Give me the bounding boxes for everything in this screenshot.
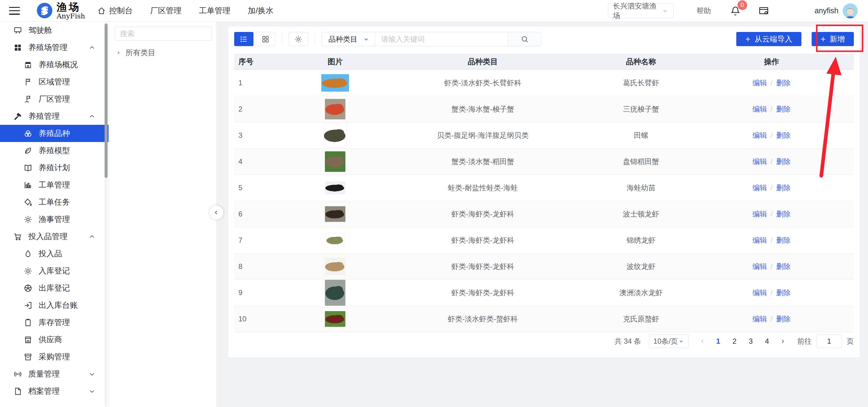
sidebar-item-label: 档案管理 xyxy=(28,386,60,397)
nav-item-1[interactable]: 控制台 xyxy=(97,5,133,16)
species-thumbnail[interactable] xyxy=(321,74,349,92)
nav-item-4[interactable]: 加/换水 xyxy=(248,5,273,16)
delete-link[interactable]: 删除 xyxy=(776,236,790,244)
list-view-button[interactable] xyxy=(234,32,253,46)
sidebar-scrollbar-thumb[interactable] xyxy=(104,24,107,178)
page-number-2[interactable]: 2 xyxy=(731,337,738,345)
row-index: 6 xyxy=(234,210,298,218)
nav-item-2[interactable]: 厂区管理 xyxy=(150,5,181,16)
category-tree-root[interactable]: 所有类目 xyxy=(116,48,156,58)
edit-link[interactable]: 编辑 xyxy=(752,131,767,139)
sidebar-item-投入品[interactable]: 投入品 xyxy=(0,245,108,262)
sidebar-item-label: 区域管理 xyxy=(38,76,70,87)
page-number-4[interactable]: 4 xyxy=(764,337,771,345)
sidebar-item-工单任务[interactable]: 工单任务 xyxy=(0,193,108,211)
nav-item-3[interactable]: 工单管理 xyxy=(199,5,230,16)
username-label[interactable]: anyfish xyxy=(815,6,838,15)
page-number-1[interactable]: 1 xyxy=(715,337,722,345)
sidebar-item-厂区管理[interactable]: 厂区管理 xyxy=(0,90,108,107)
species-thumbnail[interactable] xyxy=(324,258,346,275)
sidebar-item-采购管理[interactable]: 采购管理 xyxy=(0,348,108,366)
species-name: 海蛙幼苗 xyxy=(593,183,689,193)
category-search-input[interactable] xyxy=(115,27,212,41)
edit-link[interactable]: 编辑 xyxy=(752,288,767,296)
species-thumbnail[interactable] xyxy=(325,182,345,194)
fish-logo-icon xyxy=(36,2,53,19)
sidebar-item-养殖管理[interactable]: 养殖管理 xyxy=(0,107,108,125)
grid-view-button[interactable] xyxy=(256,32,275,46)
hamburger-menu-icon[interactable] xyxy=(9,7,20,15)
delete-link[interactable]: 删除 xyxy=(776,210,790,218)
edit-link[interactable]: 编辑 xyxy=(752,210,767,218)
delete-link[interactable]: 删除 xyxy=(776,184,790,192)
species-thumbnail[interactable] xyxy=(323,123,347,148)
species-category: 虾类-海虾类-龙虾科 xyxy=(373,288,593,298)
edit-link[interactable]: 编辑 xyxy=(752,79,767,87)
table-row: 4蟹类-淡水蟹-稻田蟹盘锦稻田蟹编辑/删除 xyxy=(234,149,854,175)
help-link[interactable]: 帮助 xyxy=(696,6,711,16)
notification-bell-icon[interactable]: 0 xyxy=(730,5,741,17)
delete-link[interactable]: 删除 xyxy=(776,262,790,271)
keyword-input[interactable] xyxy=(375,32,508,46)
sidebar-item-出库登记[interactable]: 出库登记 xyxy=(0,279,108,296)
sidebar-item-质量管理[interactable]: 质量管理 xyxy=(0,366,108,383)
species-thumbnail[interactable] xyxy=(325,206,345,222)
search-field-select[interactable]: 品种类目 xyxy=(322,32,375,46)
edit-link[interactable]: 编辑 xyxy=(752,184,767,192)
flagpin-icon xyxy=(24,95,33,104)
species-thumbnail[interactable] xyxy=(325,311,345,327)
sidebar-item-渔事管理[interactable]: 渔事管理 xyxy=(0,211,108,228)
delete-link[interactable]: 删除 xyxy=(776,288,790,296)
sidebar-item-工单管理[interactable]: 工单管理 xyxy=(0,176,108,193)
table-row: 8虾类-海虾类-龙虾科波纹龙虾编辑/删除 xyxy=(234,254,854,280)
user-avatar[interactable] xyxy=(843,3,858,19)
sidebar-item-养殖场管理[interactable]: 养殖场管理 xyxy=(0,39,108,56)
delete-link[interactable]: 删除 xyxy=(776,131,790,139)
delete-link[interactable]: 删除 xyxy=(776,79,790,87)
edit-link[interactable]: 编辑 xyxy=(752,262,767,271)
sidebar-item-投入品管理[interactable]: 投入品管理 xyxy=(0,228,108,245)
page-number-3[interactable]: 3 xyxy=(747,337,754,345)
import-from-cloud-button[interactable]: + 从云端导入 xyxy=(736,32,801,46)
next-page-button[interactable] xyxy=(780,338,786,344)
panel-collapse-button[interactable] xyxy=(210,206,223,219)
sidebar-item-养殖场概况[interactable]: 养殖场概况 xyxy=(0,56,108,73)
jump-page-input[interactable] xyxy=(816,335,842,348)
sidebar-item-label: 投入品管理 xyxy=(28,231,67,242)
species-thumbnail[interactable] xyxy=(325,151,345,172)
delete-link[interactable]: 删除 xyxy=(776,315,790,323)
edit-link[interactable]: 编辑 xyxy=(752,157,767,165)
sidebar-item-驾驶舱[interactable]: 驾驶舱 xyxy=(0,22,108,39)
species-thumbnail[interactable] xyxy=(326,233,344,248)
shopo-icon xyxy=(24,335,33,344)
delete-link[interactable]: 删除 xyxy=(776,157,790,165)
sidebar-item-养殖模型[interactable]: 养殖模型 xyxy=(0,142,108,159)
delete-link[interactable]: 删除 xyxy=(776,105,790,113)
sidebar-item-区域管理[interactable]: 区域管理 xyxy=(0,73,108,90)
sidebar-item-入库登记[interactable]: 入库登记 xyxy=(0,262,108,279)
search-button[interactable] xyxy=(508,32,541,46)
farm-select[interactable]: 长兴泗安塘渔场 xyxy=(608,4,674,18)
sidebar-item-档案管理[interactable]: 档案管理 xyxy=(0,383,108,400)
add-button[interactable]: + 新增 xyxy=(812,32,854,46)
sidebar-item-养殖品种[interactable]: 养殖品种 xyxy=(0,125,108,142)
shop-icon xyxy=(24,60,33,69)
edit-link[interactable]: 编辑 xyxy=(752,236,767,244)
species-thumbnail[interactable] xyxy=(325,280,345,306)
sidebar-item-库存管理[interactable]: 库存管理 xyxy=(0,314,108,331)
column-settings-button[interactable] xyxy=(289,32,308,46)
signal-icon xyxy=(13,370,22,379)
species-thumbnail[interactable] xyxy=(325,99,345,119)
table-row: 1虾类-淡水虾类-长臂虾科葛氏长臂虾编辑/删除 xyxy=(234,70,854,96)
sidebar-item-养殖计划[interactable]: 养殖计划 xyxy=(0,159,108,176)
prev-page-button[interactable] xyxy=(700,338,706,344)
action-separator: / xyxy=(771,131,773,139)
page-size-select[interactable]: 10条/页 xyxy=(649,335,689,348)
edit-link[interactable]: 编辑 xyxy=(752,315,767,323)
search-icon xyxy=(521,35,529,43)
sidebar-item-出入库台账[interactable]: 出入库台账 xyxy=(0,296,108,314)
edit-link[interactable]: 编辑 xyxy=(752,105,767,113)
sidebar-item-供应商[interactable]: 供应商 xyxy=(0,331,108,348)
table-row: 3贝类-腹足纲-海洋腹足纲贝类田螺编辑/删除 xyxy=(234,122,854,149)
workbench-settings-icon[interactable] xyxy=(758,5,770,17)
